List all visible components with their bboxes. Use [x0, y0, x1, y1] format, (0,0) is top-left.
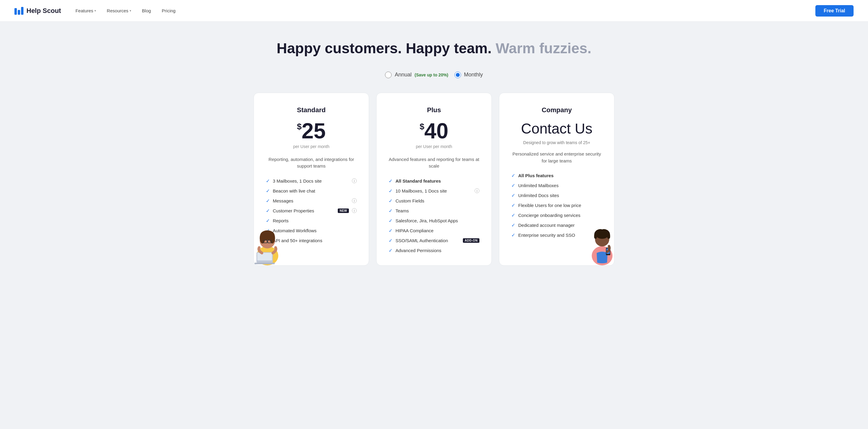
navbar: Help Scout Features ▾ Resources ▾ Blog P… — [0, 0, 868, 22]
info-icon[interactable]: i — [352, 208, 357, 213]
nav-pricing[interactable]: Pricing — [162, 8, 176, 13]
monthly-option[interactable]: Monthly — [455, 71, 483, 78]
svg-point-0 — [256, 246, 279, 265]
list-item: ✓ Beacon with live chat — [266, 188, 357, 194]
check-icon: ✓ — [266, 188, 270, 194]
check-icon: ✓ — [266, 208, 270, 214]
company-tagline: Designed to grow with teams of 25+ — [511, 140, 602, 146]
feature-text: Beacon with live chat — [273, 188, 357, 193]
standard-plan-name: Standard — [266, 106, 357, 114]
list-item: ✓ Teams — [389, 208, 479, 214]
list-item: ✓ Dedicated account manager — [511, 222, 602, 228]
list-item: ✓ 3 Mailboxes, 1 Docs site i — [266, 178, 357, 184]
list-item: ✓ Customer Properties NEW i — [266, 208, 357, 214]
feature-text: Flexible Users for one low price — [518, 203, 602, 208]
list-item: ✓ SSO/SAML Authentication ADD-ON — [389, 238, 479, 243]
check-icon: ✓ — [389, 218, 393, 223]
feature-text: Advanced Permissions — [396, 248, 479, 253]
chevron-down-icon: ▾ — [94, 9, 96, 12]
check-icon: ✓ — [266, 198, 270, 204]
feature-text: All Standard features — [396, 178, 479, 184]
list-item: ✓ All Plus features — [511, 173, 602, 178]
list-item: ✓ Messages i — [266, 198, 357, 204]
list-item: ✓ All Standard features — [389, 178, 479, 184]
feature-text: 10 Mailboxes, 1 Docs site — [396, 188, 472, 193]
logo-icon — [14, 7, 24, 15]
feature-text: Unlimited Mailboxes — [518, 183, 602, 188]
check-icon: ✓ — [389, 188, 393, 194]
check-icon: ✓ — [266, 178, 270, 184]
list-item: ✓ Salesforce, Jira, HubSpot Apps — [389, 218, 479, 223]
main-content: Happy customers. Happy team. Warm fuzzie… — [0, 22, 868, 290]
check-icon: ✓ — [389, 248, 393, 253]
annual-radio[interactable] — [385, 71, 392, 78]
nav-features[interactable]: Features ▾ — [75, 8, 96, 13]
plus-feature-list: ✓ All Standard features ✓ 10 Mailboxes, … — [389, 178, 479, 253]
company-feature-list: ✓ All Plus features ✓ Unlimited Mailboxe… — [511, 173, 602, 238]
list-item: ✓ Automated Workflows — [266, 228, 357, 234]
annual-label: Annual — [395, 71, 411, 78]
info-icon[interactable]: i — [352, 198, 357, 203]
hero-heading-bold: Happy customers. Happy team. — [277, 40, 492, 56]
feature-text: Salesforce, Jira, HubSpot Apps — [396, 218, 479, 223]
plus-plan-name: Plus — [389, 106, 479, 114]
feature-text: SSO/SAML Authentication — [396, 238, 460, 243]
billing-toggle: Annual (Save up to 20%) Monthly — [14, 71, 854, 78]
chevron-down-icon: ▾ — [130, 9, 131, 12]
monthly-label: Monthly — [464, 71, 483, 78]
standard-feature-list: ✓ 3 Mailboxes, 1 Docs site i ✓ Beacon wi… — [266, 178, 357, 243]
info-icon[interactable]: i — [474, 188, 479, 193]
check-icon: ✓ — [511, 212, 515, 218]
svg-rect-10 — [254, 263, 275, 264]
nav-resources[interactable]: Resources ▾ — [107, 8, 131, 13]
brand-logo[interactable]: Help Scout — [14, 7, 61, 15]
check-icon: ✓ — [389, 208, 393, 214]
standard-amount: 25 — [302, 119, 326, 143]
standard-description: Reporting, automation, and integrations … — [266, 156, 357, 170]
svg-rect-9 — [257, 253, 272, 260]
list-item: ✓ Unlimited Mailboxes — [511, 183, 602, 188]
list-item: ✓ Concierge onboarding services — [511, 212, 602, 218]
feature-text: API and 50+ integrations — [273, 238, 357, 243]
check-icon: ✓ — [389, 228, 393, 234]
check-icon: ✓ — [511, 192, 515, 198]
nav-links: Features ▾ Resources ▾ Blog Pricing — [75, 8, 815, 13]
list-item: ✓ 10 Mailboxes, 1 Docs site i — [389, 188, 479, 194]
nav-blog[interactable]: Blog — [142, 8, 151, 13]
list-item: ✓ Unlimited Docs sites — [511, 192, 602, 198]
check-icon: ✓ — [389, 198, 393, 204]
feature-text: Concierge onboarding services — [518, 213, 602, 218]
feature-text: All Plus features — [518, 173, 602, 178]
hero-section: Happy customers. Happy team. Warm fuzzie… — [14, 40, 854, 57]
feature-text: Teams — [396, 208, 479, 213]
plus-amount: 40 — [424, 119, 448, 143]
svg-point-3 — [260, 233, 265, 243]
standard-price-display: $25 — [266, 120, 357, 142]
plus-price-display: $40 — [389, 120, 479, 142]
list-item: ✓ API and 50+ integrations — [266, 238, 357, 243]
list-item: ✓ Enterprise security and SSO — [511, 232, 602, 238]
check-icon: ✓ — [511, 183, 515, 188]
company-plan-card: Company Contact Us Designed to grow with… — [499, 93, 615, 266]
plus-currency: $ — [420, 122, 424, 131]
check-icon: ✓ — [511, 232, 515, 238]
check-icon: ✓ — [511, 173, 515, 178]
feature-text: Unlimited Docs sites — [518, 193, 602, 198]
svg-point-11 — [592, 246, 612, 265]
pricing-grid: Standard $25 per User per month Reportin… — [253, 93, 615, 266]
info-icon[interactable]: i — [352, 178, 357, 183]
standard-plan-card: Standard $25 per User per month Reportin… — [253, 93, 369, 266]
feature-text: Customer Properties — [273, 208, 335, 213]
check-icon: ✓ — [266, 218, 270, 223]
annual-option[interactable]: Annual (Save up to 20%) — [385, 71, 448, 78]
hero-heading: Happy customers. Happy team. Warm fuzzie… — [14, 40, 854, 57]
brand-name: Help Scout — [27, 7, 61, 15]
company-plan-name: Company — [511, 106, 602, 114]
monthly-radio[interactable] — [455, 71, 461, 78]
plus-description: Advanced features and reporting for team… — [389, 156, 479, 170]
free-trial-button[interactable]: Free Trial — [815, 5, 854, 17]
plus-plan-card: Plus $40 per User per month Advanced fea… — [376, 93, 492, 266]
feature-text: 3 Mailboxes, 1 Docs site — [273, 178, 349, 184]
plus-per-user: per User per month — [389, 144, 479, 149]
feature-text: Custom Fields — [396, 198, 479, 203]
